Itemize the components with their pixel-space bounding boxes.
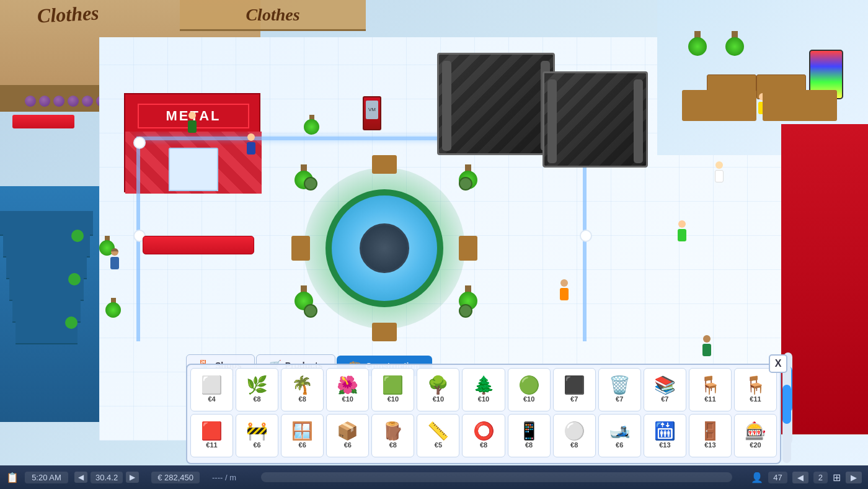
item-glass-panel[interactable]: 🪟 €6	[281, 414, 324, 457]
grid-scrollbar-track[interactable]	[782, 365, 791, 463]
clothes-sign-center: Clothes	[180, 0, 366, 31]
item-stack[interactable]: 📦 €6	[326, 414, 369, 457]
item-vending-machine[interactable]: 🎰 €20	[734, 414, 777, 457]
date-next-button[interactable]: ▶	[126, 472, 139, 483]
item-green-mat[interactable]: 🟩 €10	[371, 368, 414, 411]
npc-1	[245, 133, 257, 155]
plant-3	[105, 298, 121, 323]
npc-4	[676, 220, 688, 242]
date-prev-button[interactable]: ◀	[74, 472, 87, 483]
item-fence[interactable]: 🚧 €6	[236, 414, 278, 457]
person-icon: 👤	[751, 472, 763, 483]
clipboard-item[interactable]: 📋	[6, 472, 19, 483]
item-red-bench[interactable]: 🟥 €11	[190, 414, 233, 457]
table-1	[682, 90, 756, 121]
item-palm-tree[interactable]: 🌴 €8	[281, 368, 324, 411]
page-prev-button[interactable]: ◀	[792, 472, 808, 483]
item-tall-plant[interactable]: 🌲 €10	[462, 368, 505, 411]
item-small-plant[interactable]: 🌿 €8	[236, 368, 278, 411]
escalator-2	[542, 71, 648, 168]
item-beam[interactable]: 📏 €5	[417, 414, 459, 457]
plant-1	[304, 115, 319, 140]
blue-stairs	[0, 211, 93, 348]
item-trash-can[interactable]: 🗑️ €7	[598, 368, 641, 411]
item-white-object[interactable]: ⚪ €8	[553, 414, 596, 457]
item-escalator[interactable]: 🚪 €13	[689, 414, 732, 457]
item-round-tree[interactable]: 🌳 €10	[417, 368, 459, 411]
close-button[interactable]: X	[769, 354, 787, 373]
pillar-1	[133, 137, 146, 149]
item-slide[interactable]: 🎿 €6	[598, 414, 641, 457]
progress-area	[249, 472, 745, 482]
page-next-button[interactable]: ▶	[846, 472, 862, 483]
clothes-sign-top: Clothes	[37, 1, 99, 27]
clipboard-icon: 📋	[6, 472, 19, 483]
plant-pot-4	[459, 304, 472, 318]
item-flower-pot[interactable]: 🌺 €10	[326, 368, 369, 411]
grid-scrollbar-thumb[interactable]	[782, 385, 791, 424]
plant-pot-3	[304, 304, 317, 318]
bench-red-small	[12, 115, 74, 128]
npc-7	[713, 161, 725, 183]
item-wooden-post[interactable]: 🪵 €8	[371, 414, 414, 457]
item-dark-cylinder[interactable]: ⬛ €7	[553, 368, 596, 411]
fountain	[304, 168, 465, 329]
item-grid: ⬜ €4 🌿 €8 🌴 €8 🌺 €10 🟩 €10 🌳 €10	[186, 364, 781, 464]
item-bush[interactable]: 🟢 €10	[508, 368, 551, 411]
item-row-1: ⬜ €4 🌿 €8 🌴 €8 🌺 €10 🟩 €10 🌳 €10	[190, 368, 777, 411]
npc-clothes-area	[108, 248, 121, 270]
escalator-1	[437, 53, 555, 155]
money-display: € 282,450	[145, 472, 200, 483]
item-screen[interactable]: 📱 €8	[508, 414, 551, 457]
item-elevator[interactable]: 🛗 €13	[644, 414, 686, 457]
item-bookshelf[interactable]: 📚 €7	[644, 368, 686, 411]
time-display: 5:20 AM	[25, 472, 68, 483]
progress-bar	[261, 472, 732, 482]
grid-icon: ⊞	[833, 472, 841, 483]
npc-2	[186, 112, 198, 133]
npc-3	[558, 279, 570, 301]
item-bench-light[interactable]: 🪑 €11	[689, 368, 732, 411]
plant-pot-2	[459, 177, 472, 191]
bench-red-main	[143, 236, 254, 254]
plant-pot-1	[304, 177, 317, 191]
status-bar: 📋 5:20 AM ◀ 30.4.2 ▶ € 282,450 ---- / m …	[0, 465, 868, 489]
table-2	[763, 90, 837, 121]
item-oval-ring[interactable]: ⭕ €8	[462, 414, 505, 457]
date-display: ◀ 30.4.2 ▶	[74, 472, 139, 483]
pillar-4	[580, 230, 592, 242]
vending-machine-left: VM	[363, 96, 381, 130]
right-red-panel	[781, 124, 868, 434]
item-row-2: 🟥 €11 🚧 €6 🪟 €6 📦 €6 🪵 €8 📏 €5	[190, 414, 777, 457]
item-tile[interactable]: ⬜ €4	[190, 368, 233, 411]
speed-display: ---- / m	[206, 472, 242, 483]
item-bench-wood[interactable]: 🪑 €11	[734, 368, 777, 411]
status-right: 👤 47 ◀ 2 ⊞ ▶	[751, 472, 862, 483]
